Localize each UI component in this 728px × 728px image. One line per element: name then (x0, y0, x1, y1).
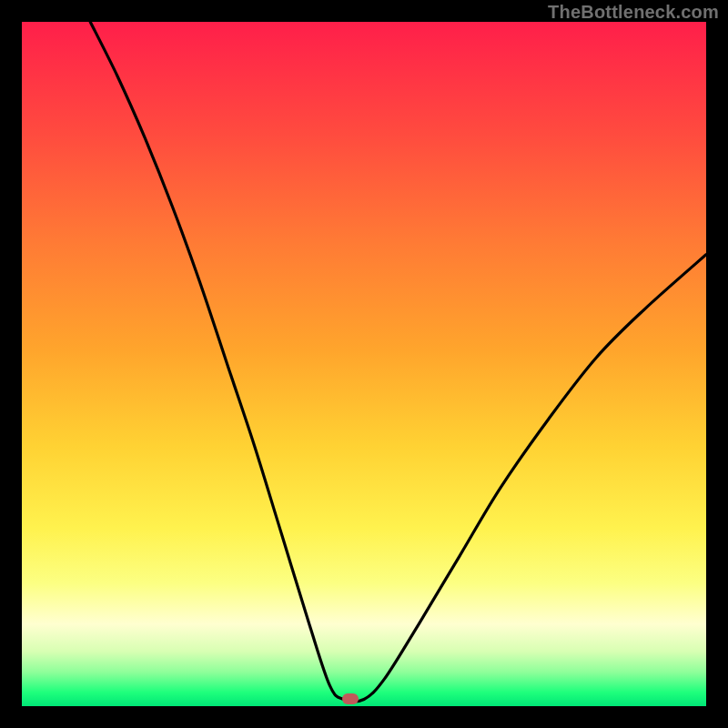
curve-path (90, 22, 706, 702)
watermark-text: TheBottleneck.com (548, 2, 719, 23)
bottleneck-curve (22, 22, 706, 706)
optimum-marker (342, 693, 359, 704)
plot-area (22, 22, 706, 706)
chart-frame: TheBottleneck.com (0, 0, 728, 728)
